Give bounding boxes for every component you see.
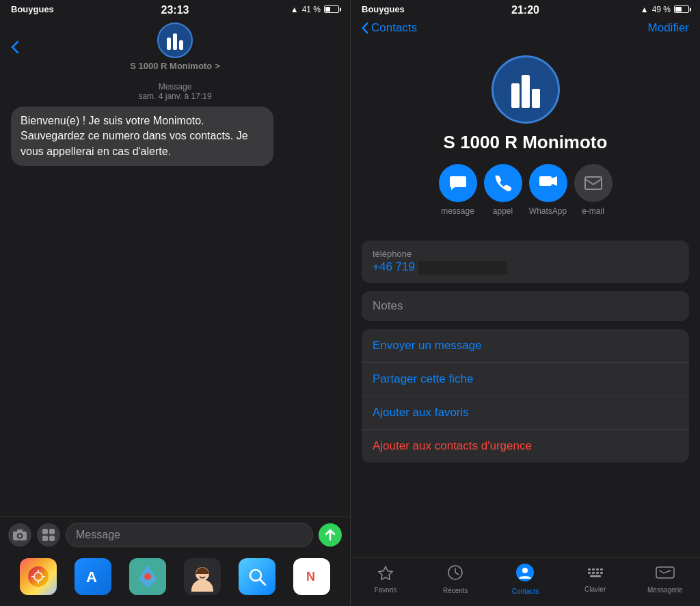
message-action-label: message	[441, 206, 474, 216]
notes-section: Notes	[362, 291, 689, 321]
svg-rect-36	[592, 572, 595, 574]
dock-appstore[interactable]: A	[75, 558, 111, 595]
dock-left: A	[0, 553, 350, 606]
battery-fill-right	[675, 7, 682, 12]
back-button-left[interactable]	[11, 40, 19, 54]
svg-point-17	[144, 573, 151, 580]
svg-rect-25	[539, 176, 552, 186]
tab-clavier[interactable]: Clavier	[575, 566, 616, 593]
dock-find[interactable]	[239, 558, 275, 595]
svg-text:A: A	[86, 568, 97, 586]
left-panel: Bouygues 23:13 ▲ 41 % S 1000 R Monimoto	[0, 0, 350, 606]
svg-text:N: N	[306, 570, 315, 583]
status-right-left: ▲ 41 %	[291, 5, 339, 14]
camera-button[interactable]	[8, 523, 31, 547]
recents-icon	[447, 564, 463, 585]
email-circle	[574, 164, 612, 202]
add-favorite-item[interactable]: Ajouter aux favoris	[362, 396, 689, 430]
add-emergency-item[interactable]: Ajouter aux contacts d'urgence	[362, 430, 689, 463]
call-action-btn[interactable]: appel	[484, 164, 522, 216]
svg-rect-7	[49, 536, 55, 541]
message-action-btn[interactable]: message	[439, 164, 477, 216]
location-icon-left: ▲	[291, 5, 299, 14]
messages-area: Message sam. 4 janv. à 17:19 Bienvenu(e)…	[0, 77, 350, 517]
svg-rect-27	[585, 177, 602, 189]
edit-button[interactable]: Modifier	[648, 21, 689, 35]
phone-row: téléphone +46 719	[362, 240, 689, 283]
messagerie-icon	[656, 565, 675, 584]
call-circle	[484, 164, 522, 202]
monimoto-logo-large	[511, 71, 540, 108]
svg-rect-37	[596, 572, 599, 574]
phone-redacted	[418, 261, 507, 275]
message-bubble: Bienvenu(e) ! Je suis votre Monimoto. Sa…	[11, 107, 273, 166]
svg-rect-35	[588, 572, 591, 574]
share-contact-item[interactable]: Partager cette fiche	[362, 363, 689, 396]
tab-recents[interactable]: Récents	[435, 564, 476, 594]
battery-pct-left: 41 %	[302, 5, 321, 14]
contacts-label: Contacts	[512, 588, 539, 595]
location-icon-right: ▲	[641, 5, 649, 14]
svg-rect-3	[17, 529, 23, 532]
svg-rect-33	[596, 568, 599, 570]
svg-point-2	[18, 534, 22, 538]
whatsapp-action-btn[interactable]: WhatsApp	[529, 164, 567, 216]
contact-header: S 1000 R Monimoto message	[351, 42, 700, 240]
nav-bar-left: S 1000 R Monimoto >	[0, 17, 350, 77]
action-buttons: message appel	[439, 164, 612, 216]
send-button[interactable]	[319, 523, 342, 547]
svg-rect-5	[49, 529, 55, 534]
dock-news[interactable]: N	[293, 558, 330, 595]
battery-pct-right: 49 %	[652, 5, 671, 14]
phone-label: téléphone	[373, 249, 678, 259]
nav-bar-right: Contacts Modifier	[351, 17, 700, 42]
avatar-large	[492, 55, 560, 124]
carrier-left: Bouygues	[11, 4, 54, 14]
clavier-icon	[587, 566, 604, 583]
contact-detail-area: S 1000 R Monimoto message	[351, 42, 700, 557]
send-message-item[interactable]: Envoyer un message	[362, 329, 689, 363]
bar1	[167, 38, 171, 50]
date-label: Message sam. 4 janv. à 17:19	[11, 82, 339, 101]
bar3	[179, 40, 183, 50]
input-area: Message	[0, 517, 350, 553]
messagerie-label: Messagerie	[647, 586, 683, 594]
svg-line-23	[260, 579, 265, 585]
email-action-btn[interactable]: e-mail	[574, 164, 612, 216]
carrier-right: Bouygues	[362, 4, 405, 14]
avatar-small	[157, 23, 193, 58]
contact-full-name: S 1000 R Monimoto	[444, 132, 608, 153]
time-left: 23:13	[161, 4, 189, 16]
apps-button[interactable]	[37, 523, 60, 547]
dock-maps[interactable]	[129, 558, 166, 595]
status-bar-right: Bouygues 21:20 ▲ 49 %	[351, 0, 700, 17]
bar3-large	[532, 89, 540, 108]
battery-icon-left	[324, 5, 339, 13]
tab-favoris[interactable]: Favoris	[365, 565, 406, 594]
svg-point-30	[522, 568, 528, 573]
bar2	[173, 33, 177, 50]
back-button-contacts[interactable]: Contacts	[362, 21, 417, 35]
bar1-large	[511, 83, 520, 108]
svg-point-19	[191, 579, 213, 592]
svg-rect-39	[590, 575, 601, 577]
message-input[interactable]: Message	[66, 523, 313, 547]
dock-memoji[interactable]	[184, 558, 221, 595]
svg-rect-34	[600, 568, 603, 570]
clavier-label: Clavier	[584, 586, 606, 593]
email-action-label: e-mail	[582, 206, 604, 216]
svg-rect-4	[42, 529, 48, 534]
message-circle	[439, 164, 477, 202]
monimoto-logo-small	[167, 31, 183, 50]
time-right: 21:20	[511, 4, 539, 16]
tab-messagerie[interactable]: Messagerie	[645, 565, 686, 594]
battery-fill-left	[325, 7, 330, 12]
favoris-label: Favoris	[375, 586, 397, 594]
dock-photos[interactable]	[20, 558, 57, 595]
right-panel: Bouygues 21:20 ▲ 49 % Contacts Modifier	[350, 0, 700, 606]
svg-rect-31	[588, 568, 591, 570]
svg-marker-26	[552, 176, 557, 186]
phone-value: +46 719	[373, 260, 678, 275]
svg-rect-38	[600, 572, 603, 574]
tab-contacts[interactable]: Contacts	[504, 564, 546, 595]
